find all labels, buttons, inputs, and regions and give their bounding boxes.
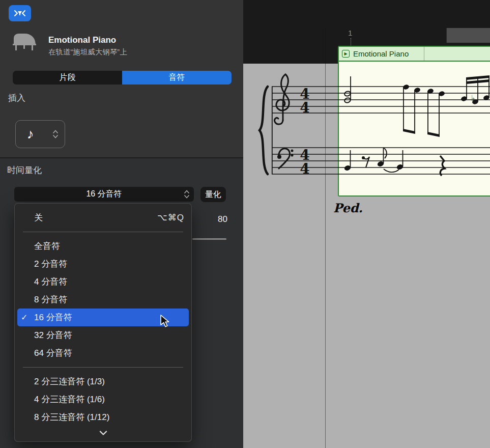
svg-text:4: 4 <box>300 160 309 177</box>
region-info-header: Emotional Piano 在轨道“施坦威大钢琴”上 <box>0 30 243 56</box>
eighth-note-icon: ♪ <box>27 127 34 141</box>
velocity-value[interactable]: 80 <box>207 214 227 225</box>
menu-item-thirtysecond-note[interactable]: 32 分音符 <box>15 326 191 344</box>
bass-clef-icon <box>277 149 294 169</box>
garageband-window: Emotional Piano 在轨道“施坦威大钢琴”上 片段 音符 插入 ♪ … <box>0 0 490 448</box>
pedal-marking: Ped. <box>333 201 363 215</box>
menu-separator <box>23 367 183 368</box>
bass-notes <box>344 148 445 176</box>
track-subtitle: 在轨道“施坦威大钢琴”上 <box>48 47 127 57</box>
score-notation: 4 4 4 4 <box>255 63 490 208</box>
velocity-slider[interactable] <box>192 238 226 240</box>
time-quantize-label: 时间量化 <box>7 164 42 176</box>
tab-region[interactable]: 片段 <box>13 71 122 85</box>
funnel-arrows-icon <box>14 10 26 17</box>
menu-item-eighth-note[interactable]: 8 分音符 <box>15 291 191 309</box>
region-header: ▶ Emotional Piano <box>339 47 490 62</box>
menu-scroll-down-chevron[interactable] <box>15 426 191 439</box>
tab-notes[interactable]: 音符 <box>122 71 232 85</box>
chevron-up-down-icon <box>184 190 189 199</box>
menu-item-off[interactable]: 关 ⌥⌘Q <box>15 209 191 227</box>
quantize-menu: 关 ⌥⌘Q 全音符 2 分音符 4 分音符 8 分音符 ✓ 16 分音符 32 … <box>14 203 192 442</box>
editor-mode-tabs: 片段 音符 <box>13 71 232 85</box>
svg-text:4: 4 <box>300 99 309 116</box>
menu-item-whole-note[interactable]: 全音符 <box>15 237 191 255</box>
menu-item-sixtyfourth-note[interactable]: 64 分音符 <box>15 344 191 362</box>
grand-staff-brace <box>260 87 268 174</box>
menu-shortcut: ⌥⌘Q <box>157 212 184 223</box>
checkmark-icon: ✓ <box>21 313 34 322</box>
menu-item-sixteenth-note-selected[interactable]: ✓ 16 分音符 <box>17 309 189 326</box>
chevron-up-down-icon <box>53 130 58 138</box>
time-signature: 4 4 4 4 <box>300 86 309 177</box>
flat-accidental: ♭ <box>471 94 475 103</box>
ruler-beat-1[interactable]: 1 <box>348 29 352 37</box>
quantize-value-popup[interactable]: 16 分音符 <box>14 187 194 202</box>
section-divider <box>0 157 243 158</box>
quantize-apply-button[interactable]: 量化 <box>200 187 226 202</box>
menu-item-half-triplet[interactable]: 2 分三连音符 (1/3) <box>15 373 191 390</box>
menu-item-half-note[interactable]: 2 分音符 <box>15 255 191 273</box>
region-name: Emotional Piano <box>353 49 409 58</box>
quarter-rest <box>440 156 445 176</box>
chevron-down-icon <box>99 431 107 435</box>
insert-note-value-button[interactable]: ♪ <box>15 120 65 148</box>
grand-piano-icon <box>10 31 39 53</box>
ruler-region-span <box>446 28 490 43</box>
treble-clef-icon <box>275 74 290 124</box>
insert-label: 插入 <box>8 92 25 104</box>
menu-item-eighth-triplet[interactable]: 8 分三连音符 (1/12) <box>15 408 191 426</box>
quantize-popup-value: 16 分音符 <box>86 189 122 200</box>
menu-item-quarter-triplet[interactable]: 4 分三连音符 (1/6) <box>15 390 191 408</box>
menu-item-quarter-note[interactable]: 4 分音符 <box>15 273 191 291</box>
menu-separator <box>23 232 183 232</box>
region-play-icon[interactable]: ▶ <box>342 50 350 58</box>
selected-region-title: Emotional Piano <box>48 35 116 45</box>
midi-transform-button[interactable] <box>9 5 31 21</box>
region-header-divider <box>424 47 424 61</box>
score-editor: 1 ▶ Emotional Piano <box>243 0 490 448</box>
